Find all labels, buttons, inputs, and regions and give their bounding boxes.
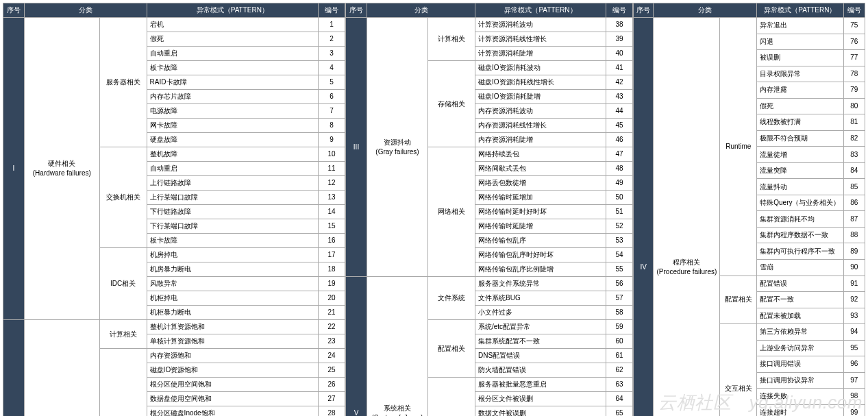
number-cell: 75 [843,18,865,34]
pattern-cell: 根分区磁盘Inode饱和 [147,406,318,417]
pattern-cell: 配置不一致 [757,292,843,308]
pattern-cell: 线程数被打满 [757,114,843,131]
group-category-cell: 资源饱和(Resource exhaustion) [25,320,100,417]
pattern-cell: 磁盘IO资源消耗线性增长 [475,75,606,90]
number-cell: 26 [319,378,345,392]
number-cell: 47 [606,147,633,162]
number-cell: 39 [606,32,633,47]
pattern-cell: 假死 [147,32,318,47]
pattern-cell: 网卡故障 [147,119,318,133]
sub-category-cell: 配置相关 [428,320,475,378]
number-cell: 51 [606,205,633,219]
pattern-cell: 机房掉电 [147,248,318,262]
pattern-cell: 磁盘IO资源消耗波动 [475,61,606,75]
pattern-cell: 内存泄露 [757,82,843,99]
pattern-cell: 网络传输包乱序时好时坏 [475,248,606,262]
pattern-cell: 自动重启 [147,162,318,176]
number-cell: 19 [319,277,345,291]
pattern-cell: 网络传输时延增加 [475,191,606,205]
pattern-cell: 内存资源消耗陡增 [475,133,606,147]
pattern-cell: 宕机 [147,18,318,32]
pattern-cell: 雪崩 [757,259,843,276]
number-cell: 97 [843,372,865,389]
pattern-cell: DNS配置错误 [475,349,606,363]
pattern-cell: 小文件过多 [475,306,606,320]
pattern-cell: 流量抖动 [757,179,843,195]
pattern-cell: 网络传输时延时好时坏 [475,205,606,219]
pattern-cell: 磁盘IO资源消耗陡增 [475,90,606,104]
number-cell: 94 [843,324,865,341]
pattern-cell: 网络传输包乱序 [475,234,606,248]
pattern-cell: 上行链路故障 [147,176,318,191]
sub-category-cell: Runtime [720,18,757,276]
number-cell: 87 [843,211,865,228]
number-cell: 4 [319,61,345,75]
number-cell: 64 [606,392,633,406]
sub-category-cell: 配置相关 [720,276,757,324]
number-cell: 54 [606,248,633,262]
pattern-cell: 根分区文件被误删 [475,392,606,406]
number-cell: 44 [606,104,633,119]
col-header-num: 编号 [843,3,865,18]
number-cell: 93 [843,308,865,324]
pattern-cell: 网络间歇式丢包 [475,162,606,176]
pattern-cell: 机房暴力断电 [147,262,318,277]
col-header-cat: 分类 [654,3,757,18]
pattern-cell: 连接失败 [757,389,843,405]
number-cell: 21 [319,306,345,320]
table-row: IV程序相关(Procedure failures)Runtime异常退出75 [634,18,865,34]
pattern-cell: 集群系统配置不一致 [475,334,606,349]
sub-category-cell: 文件系统 [428,277,475,320]
pattern-cell: 闪退 [757,34,843,50]
number-cell: 12 [319,176,345,191]
pattern-cell: 服务器文件系统异常 [475,277,606,291]
number-cell: 14 [319,205,345,219]
number-cell: 6 [319,90,345,104]
number-cell: 88 [843,227,865,243]
col-header-seq: 序号 [634,3,654,18]
pattern-cell: 板卡故障 [147,61,318,75]
seq-cell: III [346,18,367,277]
pattern-cell: 集群资源消耗不均 [757,211,843,228]
pattern-cell: 单核计算资源饱和 [147,334,318,349]
number-cell: 2 [319,32,345,47]
pattern-cell: 连接超时 [757,404,843,416]
number-cell: 61 [606,349,633,363]
number-cell: 76 [843,34,865,50]
number-cell: 22 [319,320,345,334]
sub-category-cell: 网络相关 [428,147,475,277]
pattern-cell: 整机故障 [147,147,318,162]
pattern-cell: 数据盘使用空间饱和 [147,392,318,406]
number-cell: 52 [606,219,633,234]
pattern-cell: 机柜暴力断电 [147,306,318,320]
number-cell: 95 [843,340,865,356]
number-cell: 90 [843,259,865,276]
pattern-cell: 根分区使用空间饱和 [147,378,318,392]
number-cell: 27 [319,392,345,406]
pattern-cell: 整机计算资源饱和 [147,320,318,334]
number-cell: 92 [843,292,865,308]
number-cell: 98 [843,389,865,405]
pattern-cell: 网络丢包数徒增 [475,176,606,191]
number-cell: 25 [319,363,345,378]
number-cell: 84 [843,162,865,179]
pattern-cell: 流量突降 [757,162,843,179]
pattern-cell: 配置错误 [757,276,843,292]
pattern-cell: 风散异常 [147,277,318,291]
pattern-cell: 上行某端口故障 [147,191,318,205]
pattern-cell: 上游业务访问异常 [757,340,843,356]
col-header-pat: 异常模式（PATTERN） [147,3,318,18]
pattern-cell: 目录权限异常 [757,66,843,82]
sub-category-cell: 存储相关 [428,61,475,147]
number-cell: 46 [606,133,633,147]
number-cell: 20 [319,291,345,306]
pattern-cell: 内存资源饱和 [147,349,318,363]
pattern-cell: 被误删 [757,50,843,66]
pattern-cell: 流量徒增 [757,147,843,163]
group-category-cell: 系统相关(System failures) [367,277,428,417]
number-cell: 10 [319,147,345,162]
number-cell: 83 [843,147,865,163]
number-cell: 8 [319,119,345,133]
col-header-pat: 异常模式（PATTERN） [475,3,606,18]
number-cell: 60 [606,334,633,349]
